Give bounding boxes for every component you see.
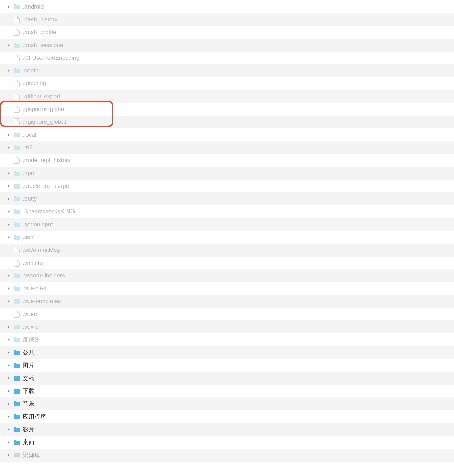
file-row[interactable]: .ssh bbox=[0, 231, 454, 243]
file-name-label: 图片 bbox=[23, 361, 34, 369]
file-name-label: .vuerc bbox=[23, 311, 38, 318]
file-icon bbox=[13, 16, 21, 23]
file-name-label: .bash_profile bbox=[23, 29, 56, 36]
disclosure-triangle-icon[interactable] bbox=[6, 299, 11, 304]
file-row[interactable]: .sogouinput bbox=[0, 218, 454, 231]
file-name-label: .stCommitMsg bbox=[23, 247, 60, 253]
disclosure-triangle-icon[interactable] bbox=[6, 171, 11, 175]
disclosure-triangle-icon[interactable] bbox=[6, 415, 11, 419]
file-row[interactable]: 资源库 bbox=[0, 449, 454, 461]
file-row[interactable]: .android bbox=[0, 0, 454, 13]
folder-icon bbox=[13, 413, 21, 420]
disclosure-triangle-icon[interactable] bbox=[6, 286, 11, 291]
disclosure-triangle-icon[interactable] bbox=[6, 133, 11, 137]
file-row[interactable]: .stCommitMsg bbox=[0, 244, 454, 257]
file-row[interactable]: .viminfo bbox=[0, 257, 454, 269]
folder-icon bbox=[13, 144, 21, 151]
file-icon bbox=[13, 310, 21, 318]
file-name-label: 下载 bbox=[23, 387, 34, 395]
file-name-label: .gitconfig bbox=[23, 80, 46, 87]
disclosure-triangle-icon[interactable] bbox=[6, 4, 11, 9]
file-row[interactable]: .putty bbox=[0, 192, 454, 205]
folder-icon bbox=[13, 42, 21, 49]
folder-icon bbox=[13, 234, 21, 241]
file-row[interactable]: .gitflow_export bbox=[0, 90, 454, 103]
file-row[interactable]: .bash_history bbox=[0, 13, 454, 26]
file-row[interactable]: .ShadowsocksX-NG bbox=[0, 205, 454, 218]
file-row[interactable]: 音乐 bbox=[0, 397, 454, 410]
file-row[interactable]: 废纸篓 bbox=[0, 333, 454, 346]
disclosure-triangle-icon[interactable] bbox=[6, 145, 11, 150]
disclosure-triangle-icon[interactable] bbox=[6, 43, 11, 47]
file-row[interactable]: 影片 bbox=[0, 423, 454, 436]
file-row[interactable]: .bash_profile bbox=[0, 26, 454, 39]
file-name-label: .oracle_jre_usage bbox=[23, 183, 69, 190]
file-row[interactable]: .m2 bbox=[0, 141, 454, 154]
disclosure-triangle-icon[interactable] bbox=[6, 209, 11, 214]
folder-icon bbox=[13, 451, 21, 459]
file-row[interactable]: .bash_sessions bbox=[0, 39, 454, 52]
file-row[interactable]: 下载 bbox=[0, 385, 454, 397]
file-row[interactable]: .CFUserTextEncoding bbox=[0, 52, 454, 64]
file-row[interactable]: .hgignore_global bbox=[0, 116, 454, 128]
file-row[interactable]: .gitconfig bbox=[0, 77, 454, 90]
file-row[interactable]: .local bbox=[0, 128, 454, 141]
file-row[interactable]: .config bbox=[0, 64, 454, 77]
disclosure-triangle-icon[interactable] bbox=[6, 453, 11, 457]
file-row[interactable]: .node_repl_history bbox=[0, 154, 454, 167]
file-name-label: 文稿 bbox=[23, 374, 34, 382]
file-row[interactable]: 桌面 bbox=[0, 436, 454, 449]
folder-icon bbox=[13, 272, 21, 280]
disclosure-triangle-icon[interactable] bbox=[6, 325, 11, 329]
file-row[interactable]: .vue-cli-ui bbox=[0, 282, 454, 295]
disclosure-triangle-icon[interactable] bbox=[6, 427, 11, 432]
file-icon bbox=[13, 105, 21, 113]
file-row[interactable]: 应用程序 bbox=[0, 410, 454, 423]
file-row[interactable]: .vuxrc bbox=[0, 320, 454, 333]
disclosure-triangle-icon[interactable] bbox=[6, 389, 11, 393]
folder-icon bbox=[13, 131, 21, 139]
disclosure-triangle-icon[interactable] bbox=[6, 184, 11, 188]
file-icon bbox=[13, 93, 21, 100]
folder-icon bbox=[13, 208, 21, 215]
file-name-label: .m2 bbox=[23, 144, 32, 151]
folder-icon bbox=[13, 374, 21, 382]
file-row[interactable]: .npm bbox=[0, 167, 454, 180]
disclosure-triangle-icon[interactable] bbox=[6, 350, 11, 355]
file-row[interactable]: .vue-templates bbox=[0, 295, 454, 308]
file-row[interactable]: .vuerc bbox=[0, 308, 454, 320]
disclosure-triangle-icon[interactable] bbox=[6, 338, 11, 342]
folder-icon bbox=[13, 349, 21, 356]
file-name-label: 废纸篓 bbox=[23, 336, 40, 344]
file-name-label: .sogouinput bbox=[23, 221, 53, 228]
file-row[interactable]: .vscode-insiders bbox=[0, 269, 454, 282]
folder-icon bbox=[13, 3, 21, 11]
folder-icon bbox=[13, 170, 21, 177]
disclosure-triangle-icon[interactable] bbox=[6, 222, 11, 227]
finder-file-list: .android.bash_history.bash_profile.bash_… bbox=[0, 0, 454, 462]
folder-icon bbox=[13, 221, 21, 228]
file-row[interactable]: 公共 bbox=[0, 346, 454, 359]
disclosure-triangle-icon[interactable] bbox=[6, 273, 11, 278]
file-row[interactable]: .oracle_jre_usage bbox=[0, 180, 454, 192]
disclosure-triangle-icon[interactable] bbox=[6, 363, 11, 367]
file-name-label: 音乐 bbox=[23, 400, 34, 408]
disclosure-triangle-icon[interactable] bbox=[6, 235, 11, 239]
file-name-label: .vue-templates bbox=[23, 298, 61, 305]
file-row[interactable]: 文稿 bbox=[0, 372, 454, 385]
folder-icon bbox=[13, 182, 21, 190]
file-name-label: .config bbox=[23, 67, 40, 74]
disclosure-triangle-icon[interactable] bbox=[6, 401, 11, 406]
file-icon bbox=[13, 54, 21, 62]
disclosure-triangle-icon[interactable] bbox=[6, 376, 11, 381]
disclosure-triangle-icon[interactable] bbox=[6, 197, 11, 201]
disclosure-triangle-icon[interactable] bbox=[6, 69, 11, 73]
file-name-label: .gitflow_export bbox=[23, 93, 60, 100]
folder-icon bbox=[13, 336, 21, 343]
disclosure-triangle-icon[interactable] bbox=[6, 440, 11, 444]
file-row[interactable]: 图片 bbox=[0, 359, 454, 372]
file-name-label: 公共 bbox=[23, 349, 34, 356]
file-name-label: .hgignore_global bbox=[23, 118, 66, 125]
file-name-label: .local bbox=[23, 132, 36, 138]
file-row[interactable]: .gitignore_global bbox=[0, 103, 454, 115]
